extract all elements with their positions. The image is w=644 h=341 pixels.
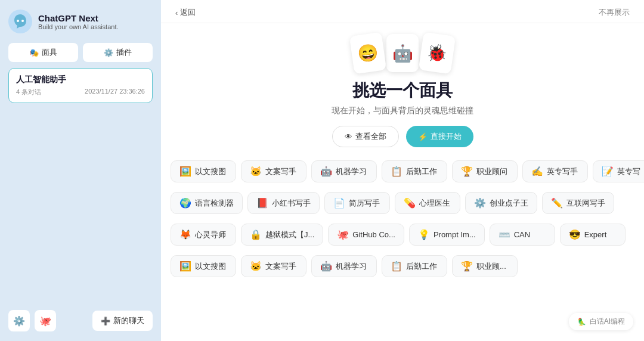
mask-label: 职业顾问 — [476, 166, 507, 177]
view-all-label: 查看全部 — [355, 131, 386, 142]
mask-label: 后勤工作 — [406, 166, 437, 177]
sidebar-footer: ⚙️ 🐙 ➕ 新的聊天 — [8, 310, 153, 331]
mask-card[interactable]: 📋后勤工作 — [382, 160, 447, 182]
mask-label: 文案写手 — [265, 166, 296, 177]
chat-item-meta: 4 条对话 2023/11/27 23:36:26 — [16, 88, 145, 97]
mask-emoji-icon: 🌍 — [179, 197, 191, 209]
mask-card[interactable]: 🌍语言检测器 — [171, 192, 243, 214]
chat-count: 4 条对话 — [16, 88, 41, 97]
mask-emoji-icon: 🖼️ — [179, 166, 191, 177]
mask-label: 以文搜图 — [195, 166, 226, 177]
mask-emoji-icon: 🤖 — [320, 261, 332, 272]
mask-emoji-icon: 📄 — [333, 197, 345, 209]
mask-emoji-icon: 🏆 — [461, 166, 473, 177]
no-show-label: 不再展示 — [599, 8, 630, 17]
watermark: 🦜 白话AI编程 — [569, 313, 633, 330]
new-chat-button[interactable]: ➕ 新的聊天 — [92, 311, 153, 331]
watermark-text: 白话AI编程 — [590, 317, 625, 327]
mask-label: 英专写手 — [547, 166, 578, 177]
mask-label: 后勤工作 — [406, 261, 437, 272]
mask-label: 简历写手 — [349, 198, 380, 209]
mask-emoji-icon: 💡 — [418, 229, 430, 240]
mask-card[interactable]: 🔒越狱模式【J... — [241, 224, 323, 246]
chat-list-item[interactable]: 人工智能助手 4 条对话 2023/11/27 23:36:26 — [8, 68, 153, 103]
start-label: 直接开始 — [431, 131, 462, 142]
settings-button[interactable]: ⚙️ — [8, 310, 30, 331]
eye-icon: 👁 — [345, 132, 352, 141]
plugin-icon: ⚙️ — [104, 48, 113, 57]
mask-card[interactable]: 📄简历写手 — [324, 192, 390, 214]
mask-emoji-icon: 📋 — [391, 261, 402, 272]
mask-card[interactable]: ⌨️CAN — [490, 224, 555, 246]
mask-emoji-icon: ✍️ — [531, 166, 543, 177]
mask-card[interactable]: 🖼️以文搜图 — [171, 160, 236, 182]
github-button[interactable]: 🐙 — [35, 310, 56, 331]
mask-emoji-icon: ⚙️ — [474, 197, 486, 209]
mask-card[interactable]: 🏆职业顾... — [452, 255, 518, 277]
tab-mask[interactable]: 🎭 面具 — [8, 43, 78, 62]
hero-section: 😄 🤖 🐞 挑选一个面具 现在开始，与面具背后的灵魂思维碰撞 👁 查看全部 ⚡ … — [161, 23, 644, 156]
mask-section-row4: 🖼️以文搜图🐱文案写手🤖机器学习📋后勤工作🏆职业顾... — [161, 250, 644, 282]
mask-label: CAN — [514, 230, 530, 239]
mask-emoji-icon: 🖼️ — [179, 261, 191, 272]
settings-icon: ⚙️ — [13, 315, 25, 327]
mask-label: 机器学习 — [336, 261, 367, 272]
view-all-button[interactable]: 👁 查看全部 — [332, 126, 399, 147]
github-icon: 🐙 — [39, 315, 51, 327]
mask-card[interactable]: 📝英专写 — [593, 160, 644, 182]
mask-card[interactable]: ⚙️创业点子王 — [465, 192, 537, 214]
tab-mask-label: 面具 — [42, 47, 57, 58]
mask-row-2: 🌍语言检测器📕小红书写手📄简历写手💊心理医生⚙️创业点子王✏️互联网写手 — [171, 190, 634, 216]
mask-label: 机器学习 — [336, 166, 367, 177]
mask-section-row3: 🦊心灵导师🔒越狱模式【J...🐙GitHub Co...💡Prompt Im..… — [161, 219, 644, 250]
back-button[interactable]: ‹ 返回 — [175, 7, 196, 18]
sidebar-title-block: ChatGPT Next Build your own AI assistant… — [38, 13, 119, 30]
mask-card[interactable]: 🦊心灵导师 — [171, 224, 236, 246]
mask-card[interactable]: 🐙GitHub Co... — [328, 224, 404, 246]
mask-card[interactable]: 😎Expert — [560, 224, 626, 246]
start-button[interactable]: ⚡ 直接开始 — [406, 126, 473, 147]
mask-card[interactable]: 🐱文案写手 — [241, 255, 306, 277]
mask-label: 职业顾... — [476, 261, 506, 272]
mask-label: 语言检测器 — [195, 198, 234, 209]
chatgpt-logo-icon — [8, 10, 32, 33]
mask-card[interactable]: 🐱文案写手 — [241, 160, 306, 182]
mask-card[interactable]: ✏️互联网写手 — [542, 192, 614, 214]
mask-card[interactable]: 📕小红书写手 — [247, 192, 320, 214]
sidebar: ChatGPT Next Build your own AI assistant… — [0, 0, 161, 341]
mask-icon: 🎭 — [29, 48, 39, 57]
mask-emoji-icon: 🐱 — [250, 261, 262, 272]
mask-section-row1: 🖼️以文搜图🐱文案写手🤖机器学习📋后勤工作🏆职业顾问✍️英专写手📝英专写 — [161, 156, 644, 187]
chat-date: 2023/11/27 23:36:26 — [85, 88, 145, 97]
mask-card[interactable]: 🖼️以文搜图 — [171, 255, 236, 277]
mask-emoji-icon: 🐱 — [250, 166, 262, 177]
new-chat-label: 新的聊天 — [113, 315, 144, 326]
mask-card[interactable]: 💡Prompt Im... — [409, 224, 485, 246]
no-show-button[interactable]: 不再展示 — [599, 7, 630, 18]
mask-label: 文案写手 — [265, 261, 296, 272]
back-arrow-icon: ‹ — [175, 8, 178, 17]
mask-emoji-icon: ⌨️ — [499, 229, 510, 240]
mask-label: 以文搜图 — [195, 261, 226, 272]
mask-card[interactable]: 📋后勤工作 — [382, 255, 447, 277]
mask-card[interactable]: 🏆职业顾问 — [452, 160, 518, 182]
mask-emoji-icon: 🦊 — [179, 229, 191, 240]
tab-plugin[interactable]: ⚙️ 插件 — [83, 43, 153, 62]
mask-label: 英专写 — [617, 166, 640, 177]
tab-plugin-label: 插件 — [116, 47, 132, 58]
mask-row-4: 🖼️以文搜图🐱文案写手🤖机器学习📋后勤工作🏆职业顾... — [171, 253, 634, 280]
mask-card[interactable]: 💊心理医生 — [395, 192, 460, 214]
mask-label: 互联网写手 — [566, 198, 605, 209]
watermark-avatar: 🦜 — [577, 318, 586, 326]
mask-card[interactable]: ✍️英专写手 — [522, 160, 588, 182]
svg-point-1 — [17, 20, 19, 22]
hero-actions: 👁 查看全部 ⚡ 直接开始 — [332, 126, 473, 147]
hero-title: 挑选一个面具 — [352, 79, 453, 102]
mask-emoji-icon: 😎 — [569, 229, 581, 240]
emoji-card-1: 😄 — [349, 32, 386, 75]
footer-icons: ⚙️ 🐙 — [8, 310, 56, 331]
mask-card[interactable]: 🤖机器学习 — [311, 255, 377, 277]
mask-emoji-icon: 🏆 — [461, 261, 473, 272]
hero-subtitle: 现在开始，与面具背后的灵魂思维碰撞 — [332, 106, 473, 116]
mask-card[interactable]: 🤖机器学习 — [311, 160, 377, 182]
